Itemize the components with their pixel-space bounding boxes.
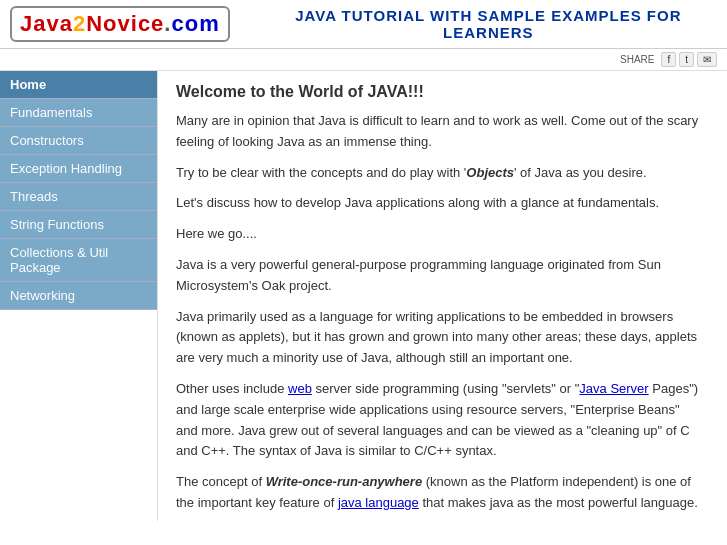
sidebar: Home Fundamentals Constructors Exception… bbox=[0, 71, 158, 521]
para-1: Many are in opinion that Java is difficu… bbox=[176, 111, 700, 153]
share-twitter[interactable]: t bbox=[679, 52, 694, 67]
logo-java: Java bbox=[20, 11, 73, 36]
objects-highlight: Objects bbox=[466, 165, 514, 180]
para-4: Here we go.... bbox=[176, 224, 700, 245]
link-web[interactable]: web bbox=[288, 381, 312, 396]
main-layout: Home Fundamentals Constructors Exception… bbox=[0, 71, 727, 536]
sidebar-item-constructors[interactable]: Constructors bbox=[0, 127, 157, 155]
sidebar-item-fundamentals[interactable]: Fundamentals bbox=[0, 99, 157, 127]
share-bar: SHARE f t ✉ bbox=[0, 49, 727, 71]
sidebar-item-threads[interactable]: Threads bbox=[0, 183, 157, 211]
para-3: Let's discuss how to develop Java applic… bbox=[176, 193, 700, 214]
link-java-language[interactable]: java language bbox=[338, 495, 419, 510]
logo-com: com bbox=[171, 11, 219, 36]
logo-2: 2 bbox=[73, 11, 86, 36]
share-facebook[interactable]: f bbox=[661, 52, 676, 67]
sidebar-item-home[interactable]: Home bbox=[0, 71, 157, 99]
link-java-server[interactable]: Java Server bbox=[579, 381, 648, 396]
para-2: Try to be clear with the concepts and do… bbox=[176, 163, 700, 184]
share-label: SHARE bbox=[620, 54, 654, 65]
para-7: Other uses include web server side progr… bbox=[176, 379, 700, 462]
page-title: Welcome to the World of JAVA!!! bbox=[176, 83, 700, 101]
share-email[interactable]: ✉ bbox=[697, 52, 717, 67]
sidebar-item-string-functions[interactable]: String Functions bbox=[0, 211, 157, 239]
sidebar-item-exception-handling[interactable]: Exception Handling bbox=[0, 155, 157, 183]
logo-text: Java2Novice.com bbox=[20, 11, 220, 36]
sidebar-item-collections[interactable]: Collections & Util Package bbox=[0, 239, 157, 282]
para-5: Java is a very powerful general-purpose … bbox=[176, 255, 700, 297]
write-once-highlight: Write-once-run-anywhere bbox=[266, 474, 423, 489]
header: Java2Novice.com JAVA TUTORIAL WITH SAMPL… bbox=[0, 0, 727, 49]
site-title: JAVA TUTORIAL WITH SAMPLE EXAMPLES FOR L… bbox=[230, 7, 717, 41]
logo-novice: Novice bbox=[86, 11, 164, 36]
site-logo[interactable]: Java2Novice.com bbox=[10, 6, 230, 42]
para-8: The concept of Write-once-run-anywhere (… bbox=[176, 472, 700, 514]
content-area: Welcome to the World of JAVA!!! Many are… bbox=[158, 71, 718, 536]
sidebar-item-networking[interactable]: Networking bbox=[0, 282, 157, 310]
para-6: Java primarily used as a language for wr… bbox=[176, 307, 700, 369]
